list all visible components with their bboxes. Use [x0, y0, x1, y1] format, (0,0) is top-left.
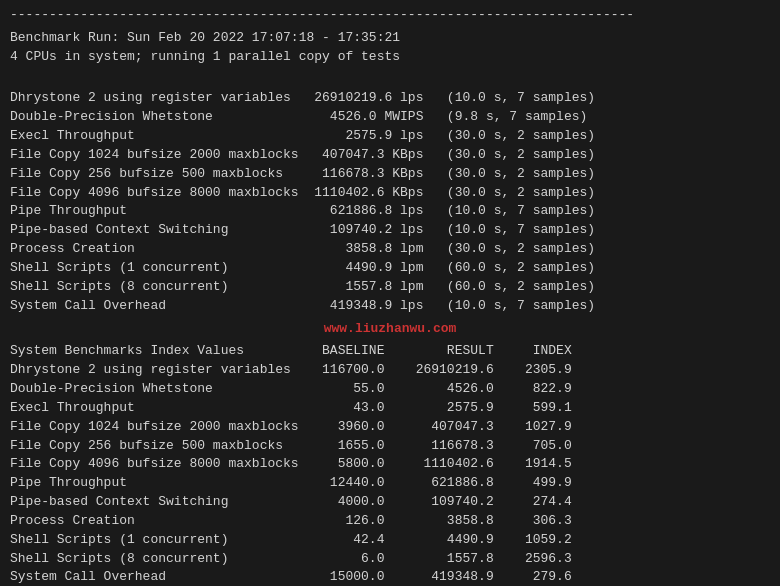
watermark: www.liuzhanwu.com [10, 320, 770, 339]
index-table-pre: System Benchmarks Index Values BASELINE … [10, 342, 770, 586]
divider-top: ----------------------------------------… [10, 6, 770, 25]
header-line1: Benchmark Run: Sun Feb 20 2022 17:07:18 … [10, 29, 770, 48]
raw-benchmarks: Dhrystone 2 using register variables 269… [10, 71, 770, 316]
index-table: System Benchmarks Index Values BASELINE … [10, 342, 770, 586]
raw-benchmarks-pre: Dhrystone 2 using register variables 269… [10, 71, 770, 316]
header-section: Benchmark Run: Sun Feb 20 2022 17:07:18 … [10, 29, 770, 67]
header-line2: 4 CPUs in system; running 1 parallel cop… [10, 48, 770, 67]
